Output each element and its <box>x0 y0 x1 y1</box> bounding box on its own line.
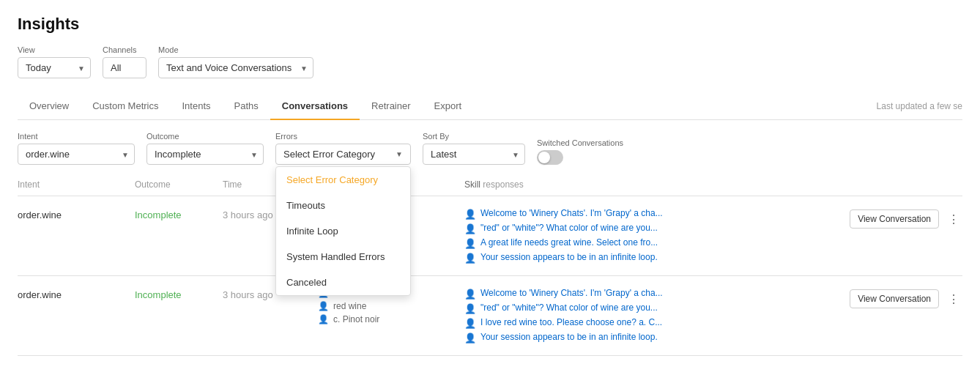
channels-input[interactable] <box>103 57 146 78</box>
responses-text: responses <box>483 179 523 190</box>
view-filter: View Today ▼ <box>18 45 91 78</box>
errors-select-arrow: ▼ <box>396 150 403 158</box>
skill-response-text: Your session appears to be in an infinit… <box>480 332 658 342</box>
mode-filter: Mode Text and Voice Conversations ▼ <box>158 45 313 78</box>
dropdown-item-system-handled[interactable]: System Handled Errors <box>276 244 410 270</box>
skill-response-text: "red" or "white"? What color of wine are… <box>480 223 658 233</box>
row-outcome-1: Incomplete <box>135 208 223 220</box>
intent-sub-select-wrapper: order.wine ▼ <box>18 144 135 165</box>
errors-select-btn[interactable]: Select Error Category ▼ <box>275 144 411 165</box>
skill-responses-list-1: 👤 Welcome to 'Winery Chats'. I'm 'Grapy'… <box>464 208 845 264</box>
table-area: Intent Outcome Time Conversations Skill … <box>18 179 962 356</box>
conv-text: c. Pinot noir <box>333 314 379 324</box>
intent-sub-filter: Intent order.wine ▼ <box>18 132 135 165</box>
channels-filter: Channels <box>103 45 146 78</box>
sub-filters: Intent order.wine ▼ Outcome Incomplete ▼… <box>18 120 962 165</box>
bot-icon: 👤 <box>464 289 476 300</box>
skill-response-text: Your session appears to be in an infinit… <box>480 252 658 262</box>
table-header: Intent Outcome Time Conversations Skill … <box>18 179 962 196</box>
col-header-actions <box>845 179 962 190</box>
skill-response-text: I love red wine too. Please choose one? … <box>480 317 662 327</box>
outcome-sub-select-wrapper: Incomplete ▼ <box>146 144 264 165</box>
last-updated: Last updated a few se <box>877 101 962 111</box>
skill-label: Skill <box>464 179 480 190</box>
bot-icon: 👤 <box>464 209 476 220</box>
dropdown-item-select-error[interactable]: Select Error Category <box>276 167 410 193</box>
dropdown-item-timeouts[interactable]: Timeouts <box>276 193 410 218</box>
row-skill-1: 👤 Welcome to 'Winery Chats'. I'm 'Grapy'… <box>464 208 845 264</box>
tabs-bar: Overview Custom Metrics Intents Paths Co… <box>18 93 962 120</box>
sort-by-sub-filter: Sort By Latest ▼ <box>423 132 525 165</box>
skill-response-item: 👤 Your session appears to be in an infin… <box>464 332 845 344</box>
outcome-sub-filter: Outcome Incomplete ▼ <box>146 132 264 165</box>
errors-sub-label: Errors <box>275 132 411 141</box>
dropdown-item-infinite-loop[interactable]: Infinite Loop <box>276 218 410 244</box>
row-outcome-2: Incomplete <box>135 288 223 300</box>
view-select-wrapper: Today ▼ <box>18 57 91 78</box>
tab-overview[interactable]: Overview <box>18 93 81 120</box>
bot-icon: 👤 <box>464 303 476 314</box>
table-row: order.wine Incomplete 3 hours ago 👤 Welc… <box>18 196 962 276</box>
mode-select[interactable]: Text and Voice Conversations <box>158 57 313 78</box>
skill-response-item: 👤 "red" or "white"? What color of wine a… <box>464 302 845 314</box>
errors-sub-filter: Errors Select Error Category ▼ Select Er… <box>275 132 411 165</box>
sort-by-sub-label: Sort By <box>423 132 525 141</box>
toggle-thumb <box>538 152 550 163</box>
conv-item: 👤 c. Pinot noir <box>318 314 464 324</box>
outcome-sub-label: Outcome <box>146 132 264 141</box>
skill-response-item: 👤 Welcome to 'Winery Chats'. I'm 'Grapy'… <box>464 208 845 220</box>
more-options-button-2[interactable]: ⋮ <box>945 289 962 309</box>
view-conversation-button-1[interactable]: View Conversation <box>850 209 939 229</box>
view-label: View <box>18 45 91 54</box>
page-title: Insights <box>18 15 962 34</box>
bot-icon: 👤 <box>464 318 476 329</box>
intent-sub-label: Intent <box>18 132 135 141</box>
switched-label: Switched Conversations <box>537 138 623 147</box>
mode-label: Mode <box>158 45 313 54</box>
top-filters: View Today ▼ Channels Mode Text and Voic… <box>18 45 962 78</box>
intent-sub-select[interactable]: order.wine <box>18 144 135 165</box>
person-icon: 👤 <box>318 314 329 324</box>
skill-response-text: "red" or "white"? What color of wine are… <box>480 302 658 313</box>
bot-icon: 👤 <box>464 238 476 249</box>
person-icon: 👤 <box>318 301 329 311</box>
skill-response-text: Welcome to 'Winery Chats'. I'm 'Grapy' a… <box>480 288 663 298</box>
sort-by-sub-select-wrapper: Latest ▼ <box>423 144 525 165</box>
switched-conversations-toggle[interactable] <box>537 150 563 165</box>
skill-response-item: 👤 A great life needs great wine. Select … <box>464 237 845 249</box>
tab-paths[interactable]: Paths <box>223 93 270 120</box>
skill-response-text: A great life needs great wine. Select on… <box>480 237 658 248</box>
col-header-intent: Intent <box>18 179 135 190</box>
tab-export[interactable]: Export <box>423 93 474 120</box>
dropdown-item-canceled[interactable]: Canceled <box>276 270 410 295</box>
row-actions-1: View Conversation ⋮ <box>845 208 962 229</box>
row-intent-1: order.wine <box>18 208 135 220</box>
skill-response-text: Welcome to 'Winery Chats'. I'm 'Grapy' a… <box>480 208 663 218</box>
bot-icon: 👤 <box>464 333 476 344</box>
more-options-button-1[interactable]: ⋮ <box>945 209 962 229</box>
sort-by-sub-select[interactable]: Latest <box>423 144 525 165</box>
skill-response-item: 👤 I love red wine too. Please choose one… <box>464 317 845 329</box>
outcome-sub-select[interactable]: Incomplete <box>146 144 264 165</box>
skill-response-item: 👤 Welcome to 'Winery Chats'. I'm 'Grapy'… <box>464 288 845 300</box>
tab-intents[interactable]: Intents <box>170 93 222 120</box>
errors-select-value: Select Error Category <box>283 149 375 160</box>
view-select[interactable]: Today <box>18 57 91 78</box>
channels-label: Channels <box>103 45 146 54</box>
col-header-outcome: Outcome <box>135 179 223 190</box>
bot-icon: 👤 <box>464 253 476 264</box>
mode-select-wrapper: Text and Voice Conversations ▼ <box>158 57 313 78</box>
switched-conversations-toggle-group: Switched Conversations <box>537 138 623 165</box>
bot-icon: 👤 <box>464 223 476 234</box>
tab-conversations[interactable]: Conversations <box>270 93 360 120</box>
skill-response-item: 👤 "red" or "white"? What color of wine a… <box>464 223 845 234</box>
col-header-skill: Skill responses <box>464 179 845 190</box>
conv-text: red wine <box>333 301 366 311</box>
view-conversation-button-2[interactable]: View Conversation <box>850 289 939 308</box>
tab-custom-metrics[interactable]: Custom Metrics <box>81 93 170 120</box>
skill-response-item: 👤 Your session appears to be in an infin… <box>464 252 845 264</box>
tab-retrainer[interactable]: Retrainer <box>360 93 422 120</box>
table-row: order.wine Incomplete 3 hours ago 👤 orde… <box>18 276 962 356</box>
row-intent-2: order.wine <box>18 288 135 300</box>
skill-responses-list-2: 👤 Welcome to 'Winery Chats'. I'm 'Grapy'… <box>464 288 845 344</box>
